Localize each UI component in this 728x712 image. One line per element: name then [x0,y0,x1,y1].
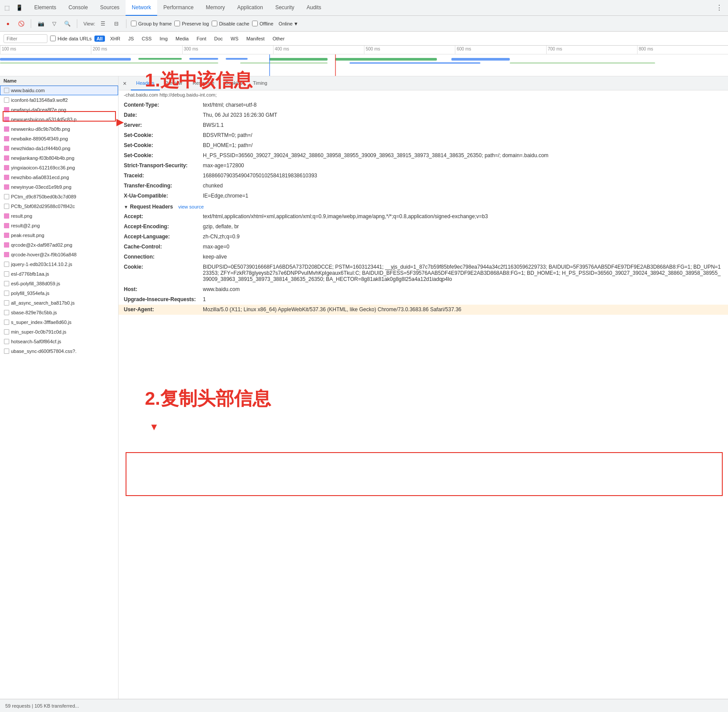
filter-type-ws[interactable]: WS [228,35,241,42]
tab-elements[interactable]: Elements [28,0,62,16]
disable-cache-checkbox[interactable] [212,21,217,26]
header-value: H_PS_PSSID=36560_39027_39024_38942_38860… [203,152,548,158]
file-icon [4,155,9,161]
file-list-item[interactable]: polyfill_9354efa.js [0,288,118,298]
file-list-item[interactable]: newfanyi-da0cea8f7e.png [0,105,118,115]
file-item-name: www.baidu.com [11,88,45,93]
file-list-item[interactable]: newzhidao-da1cf444b0.png [0,144,118,153]
view-source-link[interactable]: view source [178,204,204,209]
tab-network[interactable]: Network [126,0,157,16]
file-list-item[interactable]: sbase-829e78c5bb.js [0,308,118,317]
file-list-item[interactable]: newyinyue-03ecd1e9b9.png [0,182,118,192]
file-item-name: esl-d776bfb1aa.js [11,271,49,277]
filter-type-xhr[interactable]: XHR [108,35,123,42]
clear-button[interactable]: 🚫 [16,18,26,29]
request-headers-section[interactable]: ▼ Request Headers view source [119,201,728,212]
file-list-item[interactable]: ubase_sync-d600f57804.css?. [0,346,118,356]
camera-button[interactable]: 📷 [36,18,46,29]
hide-data-urls-checkbox[interactable] [50,36,56,41]
online-dropdown[interactable]: Online ▼ [276,20,301,27]
file-list-item[interactable]: peak-result.png [0,230,118,240]
file-list-item[interactable]: hotsearch-5af0f864cf.js [0,337,118,346]
inspect-icon[interactable]: ⬚ [2,3,12,13]
file-item-name: newfanyi-da0cea8f7e.png [11,107,66,112]
close-detail-button[interactable]: × [120,79,129,88]
file-list-item[interactable]: qrcode-hover@2x-f9b106a848 [0,250,118,259]
file-list-item[interactable]: newxueshuicon-a5314d5c83.p [0,115,118,124]
file-list-item[interactable]: es6-polyfill_388d059.js [0,279,118,288]
group-by-frame-label[interactable]: Group by frame [131,21,172,26]
filter-type-img[interactable]: Img [157,35,170,42]
preserve-log-label[interactable]: Preserve log [174,21,209,26]
offline-label[interactable]: Offline [252,21,274,26]
file-item-name: newjiankang-f03b804b4b.png [11,155,74,161]
file-list-item[interactable]: qrcode@2x-daf987ad02.png [0,240,118,250]
file-list-item[interactable]: newzhibo-a6a0831ecd.png [0,173,118,182]
tab-sources[interactable]: Sources [94,0,126,16]
filter-input[interactable] [4,34,47,43]
filter-button[interactable]: ▽ [49,18,59,29]
request-header-row: Accept: text/html,application/xhtml+xml,… [119,212,728,222]
filter-type-doc[interactable]: Doc [212,35,226,42]
filter-type-manifest[interactable]: Manifest [244,35,267,42]
detail-tab-timing[interactable]: Timing [248,76,273,90]
detail-tab-response[interactable]: Response [187,76,220,90]
hide-data-urls-label[interactable]: Hide data URLs [50,36,92,41]
disable-cache-label[interactable]: Disable cache [212,21,249,26]
record-button[interactable]: ● [3,18,13,29]
file-item-name: newbaike-889054f349.png [11,136,68,141]
file-list-item[interactable]: result.png [0,211,118,221]
file-list-item[interactable]: yingxiaoicon-612169cc36.png [0,163,118,173]
header-value: www.baidu.com [203,286,240,292]
file-list-item[interactable]: newwenku-d8c9b7b0fb.png [0,124,118,134]
detail-tab-preview[interactable]: Preview [160,76,187,90]
more-tabs-icon[interactable]: ⋮ [712,4,726,12]
tab-console[interactable]: Console [62,0,94,16]
filter-type-font[interactable]: Font [194,35,209,42]
file-list-item[interactable]: iconfont-fa013548a9.woff2 [0,95,118,105]
file-list-item[interactable]: all_async_search_ba817b0.js [0,298,118,308]
file-list-item[interactable]: PCfb_5bf082d29588c07f842c [0,201,118,211]
filter-all-badge[interactable]: All [94,36,105,42]
filter-type-js[interactable]: JS [126,35,137,42]
group-by-frame-checkbox[interactable] [131,21,137,26]
header-name: Cookie: [124,264,203,270]
file-icon [4,213,9,219]
file-list-item[interactable]: s_super_index-3fffae8d60.js [0,317,118,327]
file-list-item[interactable]: result@2.png [0,221,118,230]
tab-security[interactable]: Security [269,0,300,16]
file-item-name: all_async_search_ba817b0.js [11,300,75,306]
header-name: Host: [124,286,203,292]
tab-audits[interactable]: Audits [300,0,327,16]
detail-tab-cookies[interactable]: Cookies [220,76,248,90]
header-value: max-age=172800 [203,162,244,169]
search-button[interactable]: 🔍 [62,18,72,29]
detail-tab-headers[interactable]: Headers [131,76,160,90]
preserve-log-checkbox[interactable] [174,21,180,26]
file-list-item[interactable]: PCtm_d9c8750bed0b3c7d089 [0,192,118,201]
header-name: Connection: [124,254,203,260]
offline-checkbox[interactable] [252,21,258,26]
tab-application[interactable]: Application [231,0,269,16]
file-icon [4,291,9,296]
view-list-icon[interactable]: ☰ [98,18,108,29]
tab-performance[interactable]: Performance [157,0,200,16]
file-list-item[interactable]: www.baidu.com [0,86,118,95]
tab-memory[interactable]: Memory [200,0,231,16]
file-list-item[interactable]: newjiankang-f03b804b4b.png [0,153,118,163]
file-list-item[interactable]: min_super-0c0b791c0d.js [0,327,118,337]
file-icon [4,271,9,277]
file-list-item[interactable]: esl-d776bfb1aa.js [0,269,118,279]
filter-type-media[interactable]: Media [173,35,191,42]
file-list-item[interactable]: newbaike-889054f349.png [0,134,118,144]
filter-type-css[interactable]: CSS [139,35,155,42]
response-header-row: Traceid: 1688660790354904705010258418198… [119,171,728,181]
header-value: gzip, deflate, br [203,223,239,230]
view-waterfall-icon[interactable]: ⊟ [111,18,122,29]
header-name: Date: [124,112,203,118]
device-icon[interactable]: 📱 [14,3,25,13]
header-name: Accept-Language: [124,234,203,240]
filter-type-other[interactable]: Other [270,35,288,42]
file-list-item[interactable]: jquery-1-edb203c114.10.2.js [0,259,118,269]
file-item-name: PCfb_5bf082d29588c07f842c [11,204,75,209]
